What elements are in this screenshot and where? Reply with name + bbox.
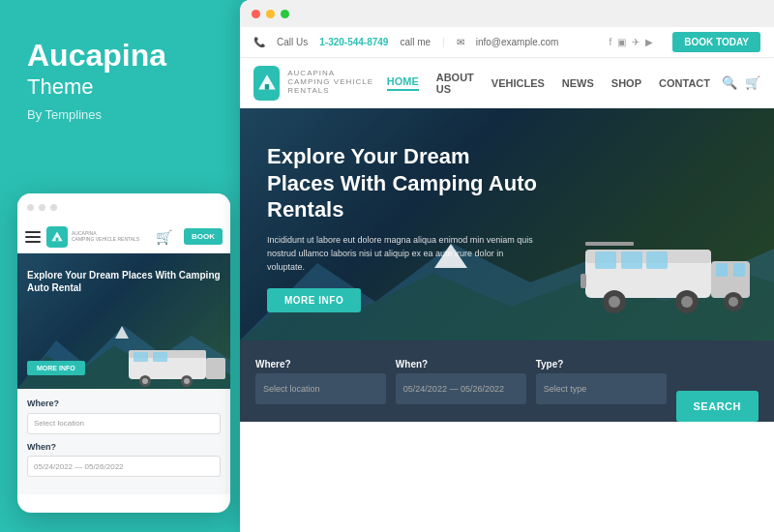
nav-logo-icon (253, 66, 280, 101)
topbar-book-button[interactable]: BOOK TODAY (672, 32, 760, 52)
svg-rect-13 (153, 352, 167, 362)
instagram-icon[interactable]: ▣ (617, 37, 626, 47)
mobile-hero: Explore Your Dream Places With Camping A… (17, 253, 230, 389)
svg-rect-33 (580, 274, 586, 288)
mobile-where-label: Where? (27, 399, 221, 408)
hamburger-icon[interactable] (25, 231, 41, 243)
nav-link-about[interactable]: ABOUT US (436, 72, 474, 95)
topbar-phone-icon: 📞 (253, 37, 265, 47)
svg-rect-26 (646, 251, 668, 269)
brand-subtitle: Theme (27, 74, 93, 100)
topbar-separator: | (442, 37, 445, 47)
mobile-nav: AUCAPINA CAMPING VEHICLE RENTALS 🛒 BOOK (17, 221, 230, 253)
left-panel: Aucapina Theme By Templines (0, 0, 240, 532)
nav-logo-text: AUCAPINA CAMPING VEHICLE RENTALS (287, 70, 386, 95)
topbar-phone-number[interactable]: 1-320-544-8749 (319, 37, 388, 47)
mobile-form-section: Where? Select location When? 05/24/2022 … (17, 389, 230, 494)
mobile-hero-text: Explore Your Dream Places With Camping A… (27, 269, 221, 294)
hero-title: Explore Your Dream Places With Camping A… (267, 143, 542, 223)
hero-more-info-button[interactable]: MORE INFO (267, 288, 361, 312)
nav-link-home[interactable]: HOME (387, 75, 419, 91)
search-where-label: Where? (255, 359, 386, 369)
telegram-icon[interactable]: ✈ (632, 37, 640, 47)
topbar-email-icon: ✉ (457, 37, 464, 47)
svg-rect-34 (585, 242, 634, 246)
hero-rv-svg (580, 221, 755, 317)
svg-rect-25 (621, 251, 642, 269)
search-type-label: Type? (536, 359, 667, 369)
search-where-select[interactable]: Select location (255, 373, 386, 404)
facebook-icon[interactable]: f (610, 37, 612, 47)
search-where-field: Where? Select location (255, 359, 386, 404)
mobile-where-select[interactable]: Select location (27, 413, 221, 434)
site-nav: AUCAPINA CAMPING VEHICLE RENTALS HOME AB… (240, 58, 774, 108)
browser-maximize-dot[interactable] (281, 10, 289, 18)
svg-point-32 (729, 297, 738, 307)
svg-rect-23 (733, 263, 745, 277)
search-when-label: When? (396, 359, 526, 369)
nav-link-news[interactable]: NEWS (562, 77, 594, 89)
search-bar: Where? Select location When? 05/24/2022 … (240, 340, 774, 422)
youtube-icon[interactable]: ▶ (645, 37, 653, 47)
mobile-when-select[interactable]: 05/24/2022 — 05/26/2022 (27, 456, 221, 477)
topbar-social-links: f ▣ ✈ ▶ (610, 37, 654, 47)
svg-point-11 (184, 378, 190, 384)
topbar-email-address[interactable]: info@example.com (476, 37, 559, 47)
search-when-field: When? 05/24/2022 — 05/26/2022 (396, 359, 526, 404)
svg-rect-24 (595, 251, 616, 269)
mobile-mockup: AUCAPINA CAMPING VEHICLE RENTALS 🛒 BOOK (17, 193, 230, 513)
mobile-when-label: When? (27, 442, 221, 452)
mobile-cart-icon[interactable]: 🛒 (156, 229, 172, 245)
nav-link-shop[interactable]: SHOP (611, 77, 641, 89)
search-type-select[interactable]: Select type (536, 373, 667, 404)
nav-link-contact[interactable]: CONTACT (659, 77, 710, 89)
cart-icon[interactable]: 🛒 (745, 75, 760, 90)
search-when-select[interactable]: 05/24/2022 — 05/26/2022 (396, 373, 526, 404)
nav-icons: 🔍 🛒 (722, 75, 760, 90)
nav-logo: AUCAPINA CAMPING VEHICLE RENTALS (253, 66, 387, 101)
brand-title: Aucapina (27, 39, 166, 73)
hero-subtitle: Incididunt ut labore eut dolore magna al… (267, 233, 542, 275)
mobile-top-bar (17, 193, 230, 221)
nav-link-vehicles[interactable]: VEHICLES (491, 77, 545, 89)
mobile-logo-text: AUCAPINA CAMPING VEHICLE RENTALS (72, 231, 139, 242)
svg-rect-1 (56, 237, 59, 241)
svg-rect-12 (134, 352, 148, 362)
mobile-dot-3 (50, 204, 57, 211)
site-hero: Explore Your Dream Places With Camping A… (240, 108, 774, 340)
hero-rv (580, 221, 755, 321)
svg-point-28 (609, 296, 620, 308)
hero-content: Explore Your Dream Places With Camping A… (240, 108, 569, 312)
site-topbar: 📞 Call Us 1-320-544-8749 call me | ✉ inf… (240, 27, 774, 58)
svg-rect-15 (264, 84, 268, 90)
svg-point-30 (681, 296, 693, 308)
brand-byline: By Templines (27, 107, 102, 122)
svg-rect-22 (716, 263, 728, 277)
mobile-logo-icon (46, 226, 68, 248)
topbar-call-me[interactable]: call me (400, 37, 431, 47)
svg-point-9 (142, 378, 148, 384)
browser-chrome (240, 0, 774, 27)
mobile-book-button[interactable]: BOOK (184, 228, 223, 245)
mobile-dot-1 (27, 204, 34, 211)
topbar-call-label: Call Us (277, 37, 308, 47)
desktop-mockup: 📞 Call Us 1-320-544-8749 call me | ✉ inf… (240, 0, 774, 532)
mobile-rv-svg (124, 331, 230, 389)
mobile-dot-2 (39, 204, 45, 211)
browser-close-dot[interactable] (252, 10, 260, 18)
search-icon[interactable]: 🔍 (722, 75, 737, 90)
browser-minimize-dot[interactable] (266, 10, 275, 18)
svg-rect-7 (206, 358, 225, 379)
mobile-logo-area: AUCAPINA CAMPING VEHICLE RENTALS (46, 226, 150, 248)
search-button[interactable]: SEARCH (676, 391, 759, 422)
nav-links: HOME ABOUT US VEHICLES NEWS SHOP CONTACT (387, 72, 710, 95)
mobile-more-info-button[interactable]: MORE INFO (27, 361, 85, 375)
search-type-field: Type? Select type (536, 359, 667, 404)
